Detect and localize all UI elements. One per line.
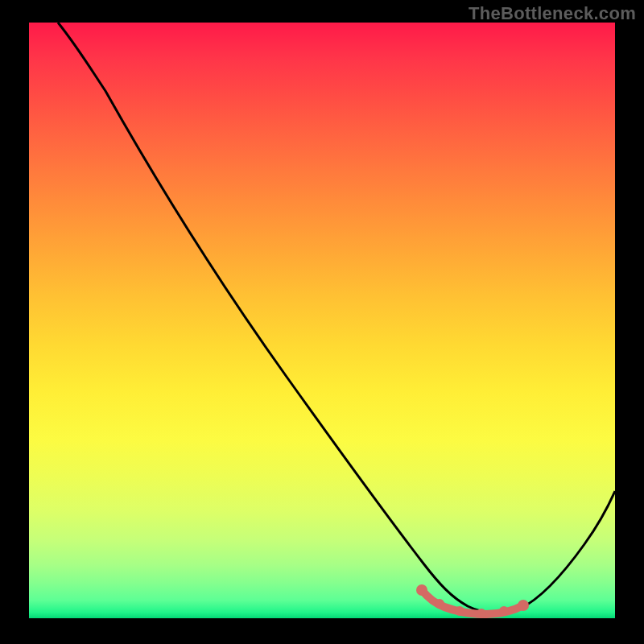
accent-dot-3	[455, 606, 464, 616]
curve-svg	[29, 23, 615, 618]
chart-container: TheBottleneck.com	[0, 0, 644, 644]
accent-dot-right	[518, 600, 529, 611]
bottleneck-curve	[58, 23, 615, 613]
accent-dot-left	[416, 584, 427, 596]
accent-dot-5	[499, 606, 509, 616]
accent-dot-2	[435, 599, 444, 609]
watermark-label: TheBottleneck.com	[469, 3, 636, 24]
accent-dot-4	[477, 609, 486, 618]
plot-area	[29, 23, 615, 618]
